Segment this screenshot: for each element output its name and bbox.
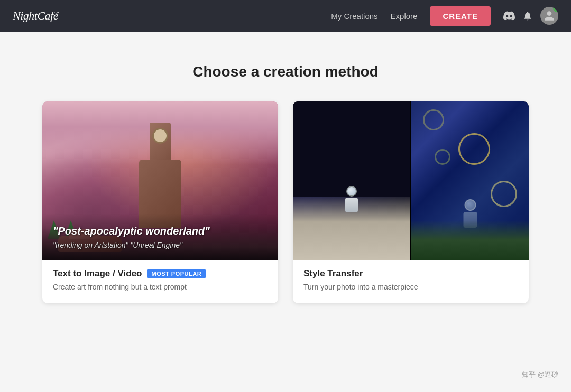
style-transfer-info: Style Transfer Turn your photo into a ma…	[293, 260, 529, 303]
clock-face	[152, 128, 168, 144]
text-to-image-info: Text to Image / Video MOST POPULAR Creat…	[42, 260, 278, 303]
style-transfer-header: Style Transfer	[303, 268, 518, 279]
space-background	[293, 101, 410, 197]
discord-icon-button[interactable]	[503, 10, 515, 22]
nav-link-my-creations[interactable]: My Creations	[331, 12, 377, 21]
style-transfer-title: Style Transfer	[303, 268, 363, 279]
text-to-image-card[interactable]: "Post-apocalyptic wonderland" "trending …	[42, 101, 278, 303]
overlay-text: "Post-apocalyptic wonderland" "trending …	[42, 213, 278, 260]
steampunk-building	[123, 123, 197, 228]
text-to-image-title: Text to Image / Video	[53, 268, 142, 279]
nav-right: My Creations Explore CREATE 9	[331, 6, 558, 26]
style-transfer-description: Turn your photo into a masterpiece	[303, 282, 518, 293]
navbar: NightCafé My Creations Explore CREATE	[0, 0, 571, 32]
vg-helmet	[464, 199, 476, 211]
user-avatar[interactable]: 9	[540, 7, 558, 25]
most-popular-badge: MOST POPULAR	[147, 269, 206, 278]
swirl-3	[435, 149, 450, 165]
notification-bell-button[interactable]	[522, 11, 533, 21]
overlay-title: "Post-apocalyptic wonderland"	[53, 224, 268, 238]
village	[411, 220, 529, 260]
create-button[interactable]: CREATE	[430, 6, 491, 26]
astronaut-photo	[293, 101, 410, 260]
astronaut-helmet	[346, 186, 357, 197]
watermark: 知乎 @逗砂	[522, 370, 558, 379]
swirl-4	[491, 181, 517, 207]
style-transfer-card[interactable]: Style Transfer Turn your photo into a ma…	[293, 101, 529, 303]
main-content: Choose a creation method	[0, 32, 571, 324]
swirl-1	[453, 127, 496, 171]
text-to-image-preview: "Post-apocalyptic wonderland" "trending …	[42, 101, 278, 260]
page-title: Choose a creation method	[42, 63, 529, 80]
card-info-header: Text to Image / Video MOST POPULAR	[53, 268, 268, 279]
nav-link-explore[interactable]: Explore	[391, 12, 418, 21]
astronaut-figure	[344, 186, 360, 212]
astronaut-body	[345, 198, 358, 212]
van-gogh-painting	[411, 101, 529, 260]
building-tower	[150, 123, 171, 165]
overlay-subtitle: "trending on Artstation" "Unreal Engine"	[53, 241, 268, 249]
app-logo[interactable]: NightCafé	[13, 9, 58, 23]
cards-grid: "Post-apocalyptic wonderland" "trending …	[42, 101, 529, 303]
style-transfer-preview	[293, 101, 529, 260]
nav-icons: 9	[503, 7, 558, 25]
swirl-2	[420, 106, 447, 133]
text-to-image-description: Create art from nothing but a text promp…	[53, 282, 268, 293]
st-split-image	[293, 101, 529, 260]
